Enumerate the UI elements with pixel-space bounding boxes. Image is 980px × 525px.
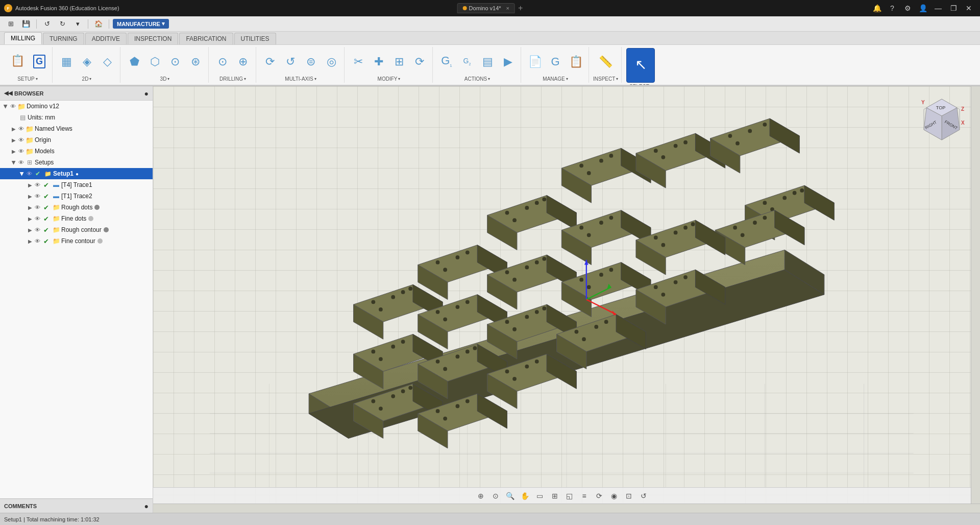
visibility-icon-rough-dots[interactable]: 👁 (34, 204, 41, 211)
tree-item-origin[interactable]: ▶ 👁 📁 Origin (0, 134, 153, 146)
modify-btn2[interactable]: ✚ (369, 50, 388, 74)
expand-icon-origin[interactable]: ▶ (10, 137, 17, 143)
2d-btn3[interactable]: ◇ (97, 50, 117, 74)
zoom-button[interactable]: 🔍 (504, 490, 517, 502)
select-group-label[interactable]: SELECT ▾ (629, 84, 652, 86)
tree-item-units[interactable]: ▤ Units: mm (0, 112, 153, 123)
expand-icon-named-views[interactable]: ▶ (10, 126, 17, 132)
save-button[interactable]: 💾 (19, 18, 33, 30)
tree-item-rough-contour[interactable]: ▶ 👁 ✔ 📁 Rough contour (0, 224, 153, 235)
select-button[interactable]: ↖ (626, 48, 655, 83)
3d-btn3[interactable]: ⊙ (165, 50, 185, 74)
visibility-icon-rough-contour[interactable]: 👁 (34, 226, 41, 233)
tab-close-icon[interactable]: × (506, 5, 509, 11)
actions-btn1[interactable]: G1 (437, 50, 456, 74)
multiaxis-btn2[interactable]: ↺ (281, 50, 300, 74)
expand-icon-fine-contour[interactable]: ▶ (27, 238, 34, 244)
visibility-icon-trace1[interactable]: 👁 (34, 181, 41, 188)
restore-button[interactable]: ❐ (946, 3, 961, 14)
modify-btn1[interactable]: ✂ (349, 50, 368, 74)
multiaxis-btn4[interactable]: ◎ (322, 50, 341, 74)
inspect-btn1[interactable]: 📏 (596, 50, 616, 74)
drill-btn2[interactable]: ⊕ (233, 50, 253, 74)
section-btn[interactable]: ≡ (578, 490, 591, 502)
grid-toggle-button[interactable]: ⊞ (548, 490, 561, 502)
settings-icon[interactable]: ⚙ (900, 3, 915, 14)
manufacture-dropdown[interactable]: MANUFACTURE ▾ (113, 19, 169, 29)
multiaxis-group-label[interactable]: MULTI-AXIS ▾ (285, 76, 316, 82)
animate-button[interactable]: ⟳ (593, 490, 606, 502)
tab-additive[interactable]: ADDITIVE (85, 33, 127, 44)
expand-icon-setups[interactable]: ▶ (11, 159, 17, 166)
inspect-group-label[interactable]: INSPECT ▾ (593, 76, 618, 82)
expand-icon-rough-dots[interactable]: ▶ (27, 205, 34, 210)
undo-dropdown[interactable]: ▾ (71, 18, 84, 30)
tree-item-fine-contour[interactable]: ▶ 👁 ✔ 📁 Fine contour (0, 235, 153, 247)
tree-item-setup1[interactable]: ▶ 👁 ✔ 📁 Setup1 ● (0, 168, 153, 179)
close-button[interactable]: ✕ (962, 3, 976, 14)
3d-btn1[interactable]: ⬟ (125, 50, 144, 74)
fit-button[interactable]: ▭ (533, 490, 547, 502)
2d-btn1[interactable]: ▦ (57, 50, 76, 74)
expand-icon-rough-contour[interactable]: ▶ (27, 227, 34, 233)
actions-group-label[interactable]: ACTIONS ▾ (464, 76, 490, 82)
browser-back-icon[interactable]: ◀◀ (4, 90, 12, 97)
expand-icon-fine-dots[interactable]: ▶ (27, 216, 34, 222)
actions-btn4[interactable]: ▶ (498, 50, 518, 74)
tree-item-named-views[interactable]: ▶ 👁 📁 Named Views (0, 123, 153, 134)
manage-btn3[interactable]: 📋 (566, 50, 585, 74)
tree-item-domino[interactable]: ▶ 👁 📁 Domino v12 (0, 101, 153, 112)
expand-icon-trace2[interactable]: ▶ (27, 194, 34, 199)
expand-icon-setup1[interactable]: ▶ (19, 170, 25, 177)
undo-button[interactable]: ↺ (40, 18, 54, 30)
grid-button[interactable]: ⊞ (4, 18, 17, 30)
tree-item-fine-dots[interactable]: ▶ 👁 ✔ 📁 Fine dots (0, 213, 153, 224)
2d-btn2[interactable]: ◈ (77, 50, 96, 74)
tree-item-trace1[interactable]: ▶ 👁 ✔ ▬ [T4] Trace1 (0, 179, 153, 190)
manage-btn2[interactable]: G (546, 50, 565, 74)
pan-button[interactable]: ✋ (519, 490, 532, 502)
3d-btn2[interactable]: ⬡ (145, 50, 164, 74)
active-tab[interactable]: Domino v14* × (457, 3, 515, 13)
expand-icon-trace1[interactable]: ▶ (27, 182, 34, 188)
viewport[interactable]: TOP FRONT RIGHT Z X Y ⊕ ⊙ 🔍 ✋ ▭ ⊞ ◱ ≡ ⟳ … (153, 86, 980, 513)
browser-collapse-icon[interactable]: ● (144, 89, 149, 98)
add-tab-icon[interactable]: + (518, 4, 523, 13)
setup-group-label[interactable]: SETUP ▾ (17, 76, 37, 82)
modify-btn3[interactable]: ⊞ (389, 50, 409, 74)
expand-icon-domino[interactable]: ▶ (3, 103, 9, 110)
visibility-icon-domino[interactable]: 👁 (9, 103, 16, 110)
manage-group-label[interactable]: MANAGE ▾ (543, 76, 568, 82)
visibility-icon-setup1[interactable]: 👁 (26, 170, 33, 177)
gcode-button[interactable]: G (30, 50, 49, 74)
actions-btn3[interactable]: ▤ (478, 50, 497, 74)
viewcube[interactable]: TOP FRONT RIGHT Z X Y (919, 97, 965, 142)
actions-btn2[interactable]: G2 (457, 50, 477, 74)
multiaxis-btn1[interactable]: ⟳ (260, 50, 280, 74)
help-icon[interactable]: ? (885, 3, 899, 14)
tree-item-rough-dots[interactable]: ▶ 👁 ✔ 📁 Rough dots (0, 202, 153, 213)
redo-button[interactable]: ↻ (56, 18, 69, 30)
tab-inspection[interactable]: INSPECTION (128, 33, 178, 44)
drilling-group-label[interactable]: DRILLING ▾ (219, 76, 246, 82)
visibility-icon-fine-contour[interactable]: 👁 (34, 237, 41, 245)
tree-item-setups[interactable]: ▶ 👁 ⊞ Setups (0, 157, 153, 168)
modify-btn4[interactable]: ⟳ (410, 50, 429, 74)
visibility-icon-models[interactable]: 👁 (17, 148, 24, 155)
visibility-icon-origin[interactable]: 👁 (17, 136, 24, 144)
tab-fabrication[interactable]: FABRICATION (179, 33, 233, 44)
manage-btn1[interactable]: 📄 (525, 50, 545, 74)
expand-icon-models[interactable]: ▶ (10, 149, 17, 154)
tree-item-models[interactable]: ▶ 👁 📁 Models (0, 146, 153, 157)
modify-group-label[interactable]: MODIFY ▾ (378, 76, 401, 82)
snap-button[interactable]: ⊕ (474, 490, 487, 502)
setup-button[interactable]: 📋 (6, 49, 29, 75)
model-viewport[interactable] (153, 86, 980, 513)
visibility-icon-trace2[interactable]: 👁 (34, 193, 41, 200)
home-button[interactable]: 🏠 (92, 18, 105, 30)
3d-btn4[interactable]: ⊛ (186, 50, 205, 74)
comments-expand-icon[interactable]: ● (144, 502, 149, 510)
account-icon[interactable]: 👤 (916, 3, 930, 14)
tab-milling[interactable]: MILLING (4, 32, 42, 44)
measure-button[interactable]: ◉ (607, 490, 621, 502)
